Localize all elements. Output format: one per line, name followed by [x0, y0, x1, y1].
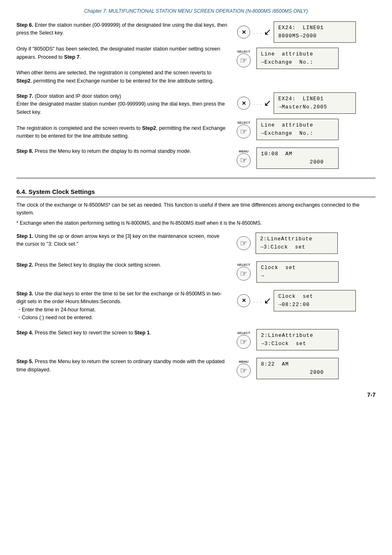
- x-button-icon-7: ✕: [237, 97, 250, 110]
- section64-step-3-screen-line1: Clock set: [278, 292, 351, 301]
- step-6-diagrams: ✕ . . . ↙ EX24: LINE01 8000MS→2000 SELEC…: [236, 21, 376, 69]
- x-button-icon-s3: ✕: [237, 294, 250, 307]
- section64-step-2-body: Press the Select key to display the cloc…: [35, 262, 161, 268]
- step-8-text: Step 8. Press the Menu key to return the…: [16, 147, 236, 155]
- section64-step-4-screen: 2:LineAttribute →3:Clock set: [256, 329, 339, 350]
- x-symbol: ✕: [242, 29, 246, 35]
- section64-step-3-bullet1: ・Enter the time in 24-hour format.: [16, 307, 96, 313]
- select-key-icon-7: ☞: [237, 124, 251, 138]
- hand-icon-7: ☞: [240, 127, 247, 136]
- x-button-icon: ✕: [237, 25, 250, 39]
- section64-step-2-label: Step 2.: [16, 262, 33, 268]
- section64-step-3-bullet2: ・Colons (:) need not be entered.: [16, 315, 93, 320]
- hand-icon-s4: ☞: [240, 337, 247, 347]
- section64-step-5-text: Step 5. Press the Menu key to return the…: [16, 358, 236, 374]
- step-6-text3-bold: Step2: [16, 78, 30, 84]
- step-7-screen1-line2: →MasterNo.2005: [278, 103, 351, 111]
- hand-down-icon-7: ↙: [264, 98, 271, 108]
- section64-step-4-post: .: [150, 330, 151, 336]
- section64-step-1-screen-line1: 2:LineAttribute: [260, 235, 333, 243]
- step-6-text3: When other items are selected, the regis…: [16, 70, 212, 76]
- chapter-title: Chapter 7: MULTIFUNCTIONAL STATION MENU …: [16, 8, 376, 14]
- section64-step-5-screen: 8:22 AM 2000: [256, 358, 339, 379]
- step-6-row: Step 6. Enter the station number (00-999…: [16, 21, 376, 85]
- section64-step-4-row: Step 4. Press the Select key to revert t…: [16, 329, 376, 350]
- section64-step-4-label: Step 4.: [16, 330, 33, 336]
- step-7-screen1-line1: EX24: LINE01: [278, 95, 351, 103]
- section64-step-4-pre: Press the Select key to revert the scree…: [35, 330, 134, 336]
- section-divider: [16, 178, 376, 178]
- menu-key-icon-s5: ☞: [237, 364, 251, 378]
- section64-step-2-diagrams: SELECT ☞ Clock set →: [236, 261, 376, 283]
- section64-step-2-screen-line1: Clock set: [261, 264, 334, 272]
- three-dots-7: . . .: [254, 101, 262, 106]
- three-dots-1: . . .: [254, 30, 262, 35]
- section64-step-4-diagrams: SELECT ☞ 2:LineAttribute →3:Clock set: [236, 329, 376, 350]
- section64-step-4-icon-screen: SELECT ☞ 2:LineAttribute →3:Clock set: [236, 329, 376, 350]
- select-key-icon-6: ☞: [237, 53, 251, 67]
- hand-icon-s2: ☞: [240, 269, 247, 279]
- step-7-icon-screen1: ✕ . . . ↙ EX24: LINE01 →MasterNo.2005: [236, 92, 376, 114]
- step-6-screen1-line2: 8000MS→2000: [278, 32, 351, 40]
- step-6-screen2: Line attribute →Exchange No.:: [256, 48, 339, 69]
- section64-step-3-screen-line2: →08:22:00: [278, 301, 351, 309]
- step-7-text2: Enter the designated master station numb…: [16, 101, 225, 115]
- step-8-diagrams: MENU ☞ 10:08 AM 2000: [236, 147, 376, 169]
- select-key-s2: ☞: [237, 267, 251, 281]
- section64-step-5-diagrams: MENU ☞ 8:22 AM 2000: [236, 358, 376, 379]
- section64-step-3-body: Use the dial keys to enter the time to b…: [16, 291, 222, 304]
- section64-step-1-body: Using the up or down arrow keys or the […: [16, 233, 219, 247]
- menu-label-8: MENU: [239, 150, 249, 153]
- x-symbol-s3: ✕: [242, 297, 246, 304]
- section64-step-5-body: Press the Menu key to return the screen …: [16, 359, 225, 372]
- section64-step-3-icon-screen: ✕ . . . ↙ Clock set →08:22:00: [236, 290, 376, 311]
- step-6-screen2-line2: →Exchange No.:: [261, 58, 334, 67]
- step-7-screen2-line2: →Exchange No.:: [261, 129, 334, 138]
- arrow-key-icon-s1: ☞: [237, 236, 251, 250]
- section64-step-1-label: Step 1.: [16, 233, 33, 239]
- section-6-4-heading: 6.4. System Clock Settings: [16, 188, 376, 197]
- section-6-4-note: * Exchange when the station performing s…: [16, 219, 376, 227]
- section64-step-2-text: Step 2. Press the Select key to display …: [16, 261, 236, 269]
- section64-step-3-row: Step 3. Use the dial keys to enter the t…: [16, 290, 376, 322]
- menu-key-icon-8: ☞: [237, 153, 251, 167]
- section64-step-5-screen-line1: 8:22 AM: [261, 360, 334, 368]
- section64-step-2-row: Step 2. Press the Select key to display …: [16, 261, 376, 283]
- hand-icon-8: ☞: [240, 155, 247, 165]
- menu-label-s5: MENU: [239, 360, 249, 364]
- step-6-label: Step 6.: [16, 22, 33, 28]
- step-8-screen1: 10:08 AM 2000: [256, 147, 339, 169]
- step-7-label: Step 7.: [16, 93, 33, 99]
- section64-step-2-icon-screen: SELECT ☞ Clock set →: [236, 261, 376, 283]
- select-label-6: SELECT: [237, 50, 250, 53]
- section64-step-4-text: Step 4. Press the Select key to revert t…: [16, 329, 236, 337]
- select-label-s2: SELECT: [237, 263, 250, 267]
- step-6-x-key: ✕: [236, 25, 251, 39]
- step-7-screen2-line1: Line attribute: [261, 121, 334, 129]
- section64-step-2-screen: Clock set →: [256, 261, 339, 283]
- select-label-s4: SELECT: [237, 331, 250, 335]
- section64-step-2-screen-line2: →: [261, 272, 334, 280]
- step-6-text1: Enter the station number (00-999999) of …: [16, 22, 227, 36]
- three-dots-s3: . . .: [254, 298, 262, 303]
- section64-step-4-screen-line2: →3:Clock set: [261, 340, 334, 348]
- step-7-diagrams: ✕ . . . ↙ EX24: LINE01 →MasterNo.2005 SE…: [236, 92, 376, 140]
- hand-icon-6: ☞: [240, 55, 247, 65]
- step-6-screen1: EX24: LINE01 8000MS→2000: [274, 21, 356, 43]
- step-6-icon-screen2: SELECT ☞ Line attribute →Exchange No.:: [236, 48, 376, 69]
- step-6-screen2-line1: Line attribute: [261, 50, 334, 58]
- section64-step-1-diagrams: ☞ 2:LineAttribute →3:Clock set: [236, 233, 376, 254]
- section64-step-4-bold: Step 1: [134, 330, 150, 336]
- section64-step-4-screen-line1: 2:LineAttribute: [261, 332, 334, 340]
- section-6-4-intro: The clock of the exchange or N-8500MS* c…: [16, 201, 376, 217]
- step-7-row: Step 7. (Door station and IP door statio…: [16, 92, 376, 140]
- x-symbol-7: ✕: [242, 100, 246, 106]
- section64-step-1-arrow-key: ☞: [236, 236, 251, 250]
- section64-step-3-screen: Clock set →08:22:00: [274, 290, 356, 311]
- section64-step-3-label: Step 3.: [16, 291, 33, 297]
- section64-step-1-icon-screen: ☞ 2:LineAttribute →3:Clock set: [236, 233, 376, 254]
- page-number: 7-7: [16, 391, 376, 398]
- step-6-text: Step 6. Enter the station number (00-999…: [16, 21, 236, 85]
- section64-step-1-screen: 2:LineAttribute →3:Clock set: [256, 233, 338, 254]
- step-7-screen2: Line attribute →Exchange No.:: [256, 119, 339, 140]
